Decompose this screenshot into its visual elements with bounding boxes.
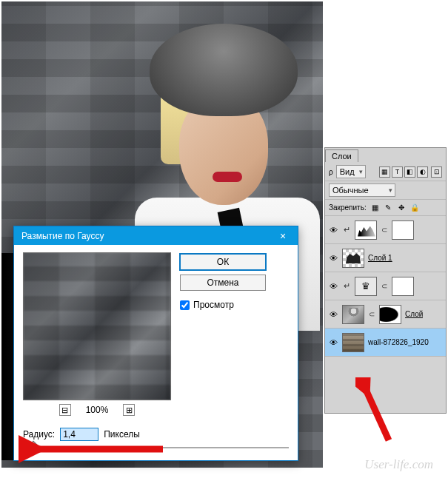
- zoom-out-button[interactable]: ⊟: [59, 404, 71, 416]
- radius-unit: Пикселы: [104, 429, 140, 440]
- zoom-percent: 100%: [86, 405, 109, 415]
- visibility-eye-icon[interactable]: 👁: [328, 225, 338, 235]
- layer-thumbnail[interactable]: [355, 221, 377, 240]
- lock-option-icon-0[interactable]: ▦: [370, 202, 381, 213]
- dialog-title-text: Размытие по Гауссу: [21, 231, 104, 241]
- blend-mode-dropdown[interactable]: Обычные: [329, 184, 395, 197]
- mask-link-icon[interactable]: ⊂: [368, 310, 375, 318]
- watermark: User-life.com: [364, 457, 433, 472]
- blur-preview[interactable]: [23, 252, 171, 400]
- layer-thumbnail[interactable]: [342, 305, 364, 324]
- layers-tab[interactable]: Слои: [325, 149, 358, 162]
- visibility-eye-icon[interactable]: 👁: [328, 253, 338, 263]
- layer-mask-thumbnail[interactable]: [392, 221, 414, 240]
- layer-mask-thumbnail[interactable]: [379, 305, 401, 324]
- layer-mask-thumbnail[interactable]: [392, 277, 414, 296]
- adjustment-indicator-icon: ↵: [342, 281, 351, 291]
- radius-label: Радиус:: [23, 429, 55, 440]
- mask-link-icon[interactable]: ⊂: [381, 282, 388, 290]
- radius-slider-thumb[interactable]: [27, 441, 40, 454]
- layer-thumbnail[interactable]: [342, 249, 364, 268]
- layer-name-label[interactable]: Слой 1: [368, 254, 392, 262]
- preview-checkbox-label: Просмотр: [193, 300, 234, 310]
- layer-row-3[interactable]: 👁⊂Слой: [325, 300, 446, 329]
- gaussian-blur-dialog: Размытие по Гауссу × ⊟ 100% ⊞ ОК Отмена …: [13, 226, 298, 461]
- layer-row-0[interactable]: 👁↵⊂: [325, 216, 446, 244]
- layer-row-1[interactable]: 👁Слой 1: [325, 244, 446, 272]
- radius-slider[interactable]: [23, 442, 289, 453]
- adjustment-indicator-icon: ↵: [342, 225, 351, 235]
- layer-filter-icon-1[interactable]: T: [392, 166, 403, 178]
- layer-name-label[interactable]: Слой: [405, 310, 423, 318]
- layer-filter-icon-2[interactable]: ◧: [404, 166, 415, 178]
- visibility-eye-icon[interactable]: 👁: [328, 281, 338, 292]
- lock-option-icon-2[interactable]: ✥: [396, 202, 407, 213]
- lock-label: Закрепить:: [329, 203, 367, 212]
- lock-option-icon-1[interactable]: ✎: [383, 202, 394, 213]
- close-icon[interactable]: ×: [268, 226, 298, 245]
- radius-input[interactable]: [60, 428, 98, 441]
- panel-tab-row: Слои: [325, 148, 446, 163]
- ok-button[interactable]: ОК: [180, 254, 266, 270]
- layer-kind-dropdown[interactable]: Вид: [336, 165, 366, 178]
- layer-row-4[interactable]: 👁wall-872826_1920: [325, 329, 446, 357]
- layer-filter-icon-3[interactable]: ◐: [417, 166, 428, 178]
- preview-checkbox[interactable]: [180, 300, 190, 310]
- preview-checkbox-row[interactable]: Просмотр: [180, 300, 266, 310]
- filter-toggle-icon[interactable]: ⊡: [431, 166, 442, 178]
- layers-panel: Слои ρ Вид ▦T◧◐ ⊡ Обычные Закрепить: ▦✎✥…: [324, 147, 447, 414]
- layer-list: 👁↵⊂👁Слой 1👁↵♛⊂👁⊂Слой👁wall-872826_1920: [325, 216, 446, 357]
- layer-thumbnail[interactable]: ♛: [355, 277, 377, 296]
- layer-row-2[interactable]: 👁↵♛⊂: [325, 272, 446, 300]
- layer-filter-icon-0[interactable]: ▦: [379, 166, 390, 178]
- zoom-in-button[interactable]: ⊞: [123, 404, 135, 416]
- dialog-titlebar[interactable]: Размытие по Гауссу ×: [14, 226, 298, 245]
- layer-thumbnail[interactable]: [342, 333, 364, 352]
- lock-option-icon-3[interactable]: 🔒: [409, 202, 421, 213]
- layer-name-label[interactable]: wall-872826_1920: [368, 338, 429, 346]
- visibility-eye-icon[interactable]: 👁: [328, 309, 338, 320]
- visibility-eye-icon[interactable]: 👁: [328, 337, 338, 348]
- mask-link-icon[interactable]: ⊂: [381, 226, 388, 234]
- cancel-button[interactable]: Отмена: [180, 275, 266, 291]
